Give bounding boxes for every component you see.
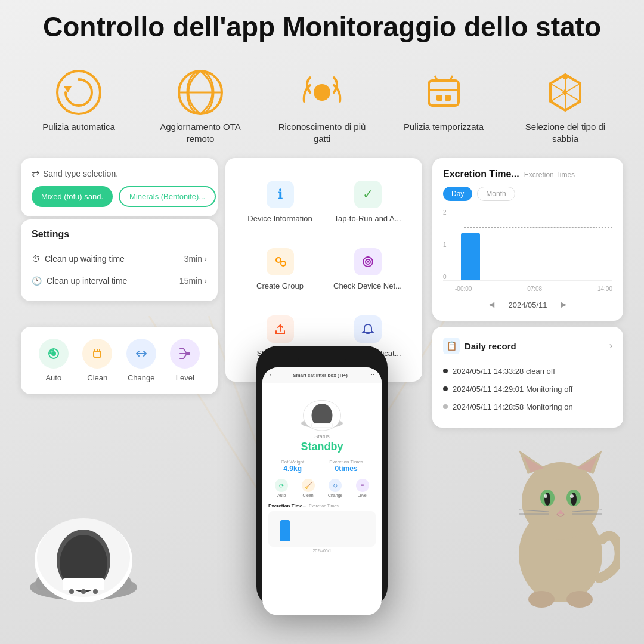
- menu-device-info[interactable]: ℹ Device Information: [236, 169, 324, 236]
- svg-rect-41: [63, 578, 104, 590]
- daily-dot-2: [443, 386, 448, 391]
- chart-date: 2024/05/11: [508, 301, 547, 309]
- check-network-icon: [354, 248, 382, 275]
- date-prev-button[interactable]: ◄: [487, 299, 497, 310]
- phone-level-label: Level: [357, 493, 367, 497]
- x-label-2: 14:00: [597, 286, 612, 292]
- daily-header: 📋 Daily record ›: [443, 338, 612, 354]
- phone-clean-label: Clean: [302, 493, 313, 497]
- phone-menu-icon: ⋯: [369, 372, 374, 378]
- sand-mixed-button[interactable]: Mixed (tofu) sand.: [32, 186, 113, 207]
- phone-level-icon: ≡: [356, 479, 369, 492]
- chart-filter-month[interactable]: Month: [477, 187, 515, 201]
- sand-header-text: Sand type selection.: [43, 169, 118, 178]
- daily-entry-2: 2024/05/11 14:29:01 Monitoring off: [443, 380, 612, 398]
- controls-row: Auto Clean Change: [32, 339, 207, 382]
- daily-record-icon: 📋: [443, 338, 460, 354]
- svg-point-43: [81, 589, 86, 594]
- sand-type-icon: +: [541, 69, 589, 116]
- level-label: Level: [176, 373, 194, 382]
- phone-auto-icon: ⟳: [275, 479, 288, 492]
- phone-back-icon: ‹: [270, 372, 271, 378]
- phone-ctrl-change[interactable]: ↻ Change: [328, 479, 343, 497]
- phone-ctrl-auto[interactable]: ⟳ Auto: [275, 479, 288, 497]
- create-group-icon: [267, 248, 294, 275]
- svg-text:+: +: [562, 87, 567, 97]
- feature-multi-cat: Riconoscimento di più gatti: [274, 69, 370, 144]
- feature-sand-type: + Selezione del tipo di sabbia: [518, 69, 613, 144]
- chart-y-labels: 2 1 0: [443, 209, 447, 280]
- phone-app-header: ‹ Smart cat litter box (Ti+) ⋯: [262, 367, 382, 383]
- phone-stats-row: Cat Weight 4.9kg Excretion Times 0times: [268, 459, 376, 473]
- create-group-label: Create Group: [256, 281, 304, 292]
- phone-ctrl-clean[interactable]: 🧹 Clean: [302, 479, 315, 497]
- svg-rect-24: [94, 351, 101, 357]
- phone-excretion-times: Excretion Times 0times: [329, 459, 363, 473]
- menu-tap-to-run[interactable]: ✓ Tap-to-Run and A...: [324, 169, 411, 236]
- daily-next-arrow[interactable]: ›: [609, 340, 612, 351]
- chevron-right-icon-2: ›: [205, 277, 207, 285]
- x-label-1: 07:08: [527, 286, 542, 292]
- settings-panel: Settings ⏱ Clean up waiting time 3min › …: [21, 219, 218, 301]
- control-clean[interactable]: Clean: [82, 339, 112, 382]
- x-label-0: -00:00: [455, 286, 472, 292]
- auto-label: Auto: [45, 373, 61, 382]
- settings-interval-label: Clean up interval time: [47, 276, 127, 286]
- svg-point-66: [528, 591, 555, 608]
- settings-wait-time-item[interactable]: ⏱ Clean up waiting time 3min ›: [32, 248, 207, 270]
- feature-auto-clean-label: Pulizia automatica: [42, 121, 115, 133]
- svg-point-10: [314, 84, 330, 101]
- daily-text-1: 2024/05/11 14:33:28 clean off: [453, 366, 555, 377]
- date-next-button[interactable]: ►: [559, 299, 569, 310]
- svg-point-50: [522, 462, 599, 540]
- phone-change-icon: ↻: [329, 479, 342, 492]
- chart-header: Excretion Time... Excretion Times: [443, 169, 612, 179]
- control-change[interactable]: Change: [126, 339, 156, 382]
- svg-point-67: [566, 591, 593, 608]
- y-label-0: 0: [443, 274, 447, 280]
- y-label-1: 1: [443, 242, 447, 248]
- daily-title: Daily record: [465, 341, 516, 351]
- svg-point-60: [570, 494, 574, 498]
- phone-status-label: Status: [268, 434, 376, 439]
- control-auto[interactable]: Auto: [39, 339, 69, 382]
- phone-ctrl-level[interactable]: ≡ Level: [356, 479, 369, 497]
- menu-check-network[interactable]: Check Device Net...: [324, 236, 411, 304]
- menu-create-group[interactable]: Create Group: [236, 236, 324, 304]
- excretion-times-label: Excretion Times: [329, 459, 363, 465]
- feature-ota: Aggiornamento OTA remoto: [153, 69, 248, 144]
- control-level[interactable]: Level: [170, 339, 200, 382]
- sand-minerals-button[interactable]: Minerals (Bentonite)...: [119, 186, 216, 207]
- notifications-icon: [354, 315, 382, 343]
- menu-grid: ℹ Device Information ✓ Tap-to-Run and A.…: [236, 169, 411, 371]
- clean-icon: [82, 339, 112, 369]
- svg-point-29: [276, 258, 281, 262]
- filter-icon: ⇄: [32, 168, 39, 179]
- svg-rect-11: [429, 80, 459, 106]
- chart-subtitle: Excretion Times: [524, 171, 575, 179]
- share-device-icon: [267, 315, 294, 343]
- svg-point-30: [281, 261, 286, 266]
- phone-mockup: ‹ Smart cat litter box (Ti+) ⋯ Status St…: [256, 346, 388, 608]
- chevron-right-icon: ›: [205, 255, 207, 263]
- features-row: Pulizia automatica Aggiornamento OTA rem…: [18, 69, 626, 144]
- chart-date-nav: ◄ 2024/05/11 ►: [443, 299, 612, 310]
- phone-chart-bar: [280, 520, 290, 541]
- daily-record-panel: 📋 Daily record › 2024/05/11 14:33:28 cle…: [432, 327, 623, 428]
- chart-dashed-line: [464, 227, 612, 228]
- settings-interval-label-group: 🕐 Clean up interval time: [32, 276, 127, 286]
- wait-time-value: 3min: [184, 254, 202, 264]
- daily-text-3: 2024/05/11 14:28:58 Monitoring on: [453, 402, 573, 413]
- settings-interval-item[interactable]: 🕐 Clean up interval time 15min ›: [32, 270, 207, 292]
- svg-rect-15: [436, 95, 442, 101]
- daily-entry-3: 2024/05/11 14:28:58 Monitoring on: [443, 398, 612, 416]
- feature-multi-cat-label: Riconoscimento di più gatti: [274, 121, 370, 144]
- litter-box-device: [18, 477, 149, 608]
- chart-filter-day[interactable]: Day: [443, 187, 472, 201]
- auto-clean-icon: [55, 69, 103, 116]
- ota-icon: [177, 69, 224, 116]
- settings-title: Settings: [32, 229, 207, 240]
- chart-title: Excretion Time...: [443, 169, 519, 179]
- phone-excretion-sub: Excretion Times: [309, 504, 339, 508]
- y-label-2: 2: [443, 209, 447, 216]
